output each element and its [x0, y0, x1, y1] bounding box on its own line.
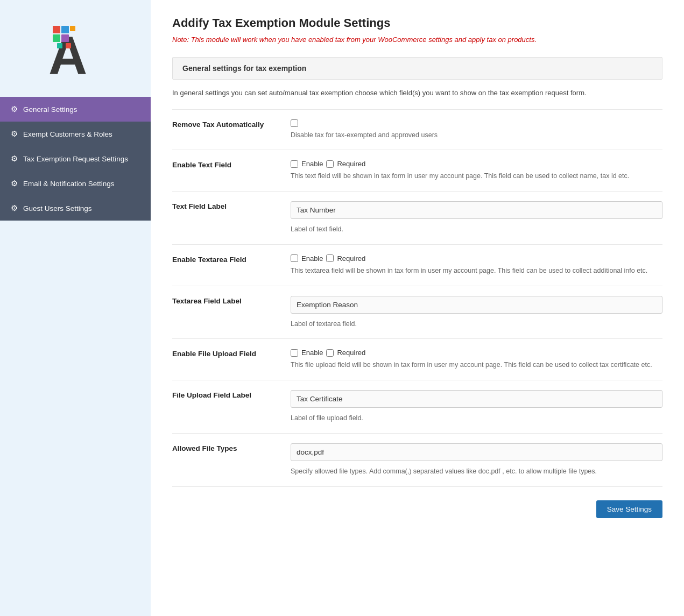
svg-rect-3: [53, 34, 60, 42]
help-enable-textarea: This textarea field will be shown in tax…: [291, 266, 662, 276]
nav-item-label: General Settings: [23, 105, 77, 114]
row-control-remove-tax: Disable tax for tax-exempted and approve…: [291, 119, 662, 140]
nav-item-label: Exempt Customers & Roles: [23, 130, 112, 138]
row-control-text-field-label: Label of text field.: [291, 201, 662, 235]
row-label-enable-text-field: Enable Text Field: [172, 160, 291, 169]
settings-row-enable-textarea: Enable Textarea Field Enable Required Th…: [172, 244, 662, 286]
row-label-file-upload-label: File Upload Field Label: [172, 390, 291, 399]
checkbox-remove-tax[interactable]: [291, 119, 298, 127]
nav-item-label: Tax Exemption Request Settings: [23, 155, 128, 163]
svg-rect-7: [66, 43, 71, 48]
required-label-enable-text-field[interactable]: Required: [337, 160, 365, 168]
wrench-icon: ⚙: [11, 203, 18, 213]
settings-row-textarea-field-label: Textarea Field Label Label of textarea f…: [172, 286, 662, 339]
section-description: In general settings you can set auto/man…: [172, 88, 662, 98]
wrench-icon: ⚙: [11, 154, 18, 164]
settings-row-allowed-file-types: Allowed File Types Specify allowed file …: [172, 433, 662, 487]
sidebar-item-general-settings[interactable]: ⚙ General Settings: [0, 97, 151, 122]
settings-row-enable-file-upload: Enable File Upload Field Enable Required…: [172, 338, 662, 380]
svg-rect-5: [70, 26, 75, 31]
nav-item-label: Guest Users Settings: [23, 204, 92, 213]
sidebar-item-tax-exemption-request[interactable]: ⚙ Tax Exemption Request Settings: [0, 146, 151, 171]
wrench-icon: ⚙: [11, 179, 18, 188]
help-textarea-field-label: Label of textarea field.: [291, 319, 662, 329]
checkbox-enable-enable-file-upload[interactable]: [291, 349, 298, 357]
logo-container: A: [0, 0, 151, 91]
row-label-textarea-field-label: Textarea Field Label: [172, 296, 291, 305]
settings-row-text-field-label: Text Field Label Label of text field.: [172, 191, 662, 244]
help-text-field-label: Label of text field.: [291, 224, 662, 235]
sidebar-item-guest-users[interactable]: ⚙ Guest Users Settings: [0, 196, 151, 221]
svg-text:A: A: [48, 25, 87, 81]
checkbox-enable-enable-textarea[interactable]: [291, 254, 298, 262]
row-control-allowed-file-types: Specify allowed file types. Add comma(,)…: [291, 443, 662, 477]
sidebar-item-email-notification[interactable]: ⚙ Email & Notification Settings: [0, 171, 151, 196]
checkbox-required-enable-textarea[interactable]: [326, 254, 334, 262]
row-label-text-field-label: Text Field Label: [172, 201, 291, 210]
sidebar-item-exempt-customers[interactable]: ⚙ Exempt Customers & Roles: [0, 122, 151, 146]
settings-rows: Remove Tax Automatically Disable tax for…: [172, 109, 662, 487]
row-label-enable-file-upload: Enable File Upload Field: [172, 349, 291, 358]
enable-label-enable-text-field[interactable]: Enable: [301, 160, 323, 168]
help-file-upload-label: Label of file upload field.: [291, 413, 662, 423]
input-file-upload-label[interactable]: [291, 390, 662, 408]
input-textarea-field-label[interactable]: [291, 296, 662, 314]
wrench-icon: ⚙: [11, 104, 18, 114]
required-label-enable-file-upload[interactable]: Required: [337, 349, 365, 357]
checkbox-required-enable-text-field[interactable]: [326, 160, 334, 168]
row-control-file-upload-label: Label of file upload field.: [291, 390, 662, 423]
required-label-enable-textarea[interactable]: Required: [337, 254, 365, 263]
svg-rect-2: [61, 26, 69, 33]
svg-rect-6: [57, 43, 62, 48]
help-enable-text-field: This text field will be shown in tax for…: [291, 171, 662, 181]
row-control-enable-text-field: Enable Required This text field will be …: [291, 160, 662, 181]
main-content: Addify Tax Exemption Module Settings Not…: [151, 0, 684, 616]
row-control-enable-textarea: Enable Required This textarea field will…: [291, 254, 662, 276]
note-text: Note: This module will work when you hav…: [172, 36, 662, 44]
addify-logo: A: [43, 16, 108, 81]
enable-label-enable-textarea[interactable]: Enable: [301, 254, 323, 263]
help-remove-tax: Disable tax for tax-exempted and approve…: [291, 130, 662, 140]
row-label-allowed-file-types: Allowed File Types: [172, 443, 291, 452]
settings-row-enable-text-field: Enable Text Field Enable Required This t…: [172, 150, 662, 191]
help-allowed-file-types: Specify allowed file types. Add comma(,)…: [291, 466, 662, 477]
nav-item-label: Email & Notification Settings: [23, 180, 115, 188]
settings-row-remove-tax: Remove Tax Automatically Disable tax for…: [172, 109, 662, 150]
input-allowed-file-types[interactable]: [291, 443, 662, 461]
save-settings-button[interactable]: Save Settings: [596, 500, 662, 518]
wrench-icon: ⚙: [11, 129, 18, 139]
svg-rect-1: [53, 26, 60, 33]
checkbox-enable-enable-text-field[interactable]: [291, 160, 298, 168]
sidebar-nav: ⚙ General Settings ⚙ Exempt Customers & …: [0, 97, 151, 221]
save-btn-row: Save Settings: [172, 500, 662, 518]
enable-label-enable-file-upload[interactable]: Enable: [301, 349, 323, 357]
page-title: Addify Tax Exemption Module Settings: [172, 16, 662, 30]
help-enable-file-upload: This file upload field will be shown in …: [291, 360, 662, 370]
input-text-field-label[interactable]: [291, 201, 662, 219]
section-header: General settings for tax exemption: [172, 57, 662, 80]
sidebar: A ⚙ General Settings ⚙ Exempt Customers …: [0, 0, 151, 616]
row-label-enable-textarea: Enable Textarea Field: [172, 254, 291, 264]
settings-row-file-upload-label: File Upload Field Label Label of file up…: [172, 380, 662, 433]
row-control-enable-file-upload: Enable Required This file upload field w…: [291, 349, 662, 370]
row-label-remove-tax: Remove Tax Automatically: [172, 119, 291, 129]
svg-rect-4: [61, 34, 69, 42]
checkbox-required-enable-file-upload[interactable]: [326, 349, 334, 357]
row-control-textarea-field-label: Label of textarea field.: [291, 296, 662, 329]
